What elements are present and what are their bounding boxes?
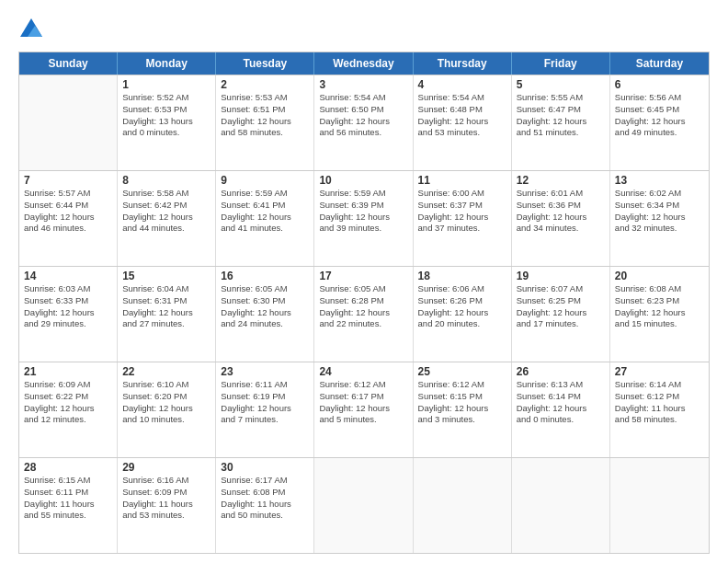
cal-cell: 22Sunrise: 6:10 AMSunset: 6:20 PMDayligh… — [118, 362, 216, 457]
cell-info: Sunrise: 6:03 AMSunset: 6:33 PMDaylight:… — [24, 283, 112, 330]
cell-info: Sunrise: 6:05 AMSunset: 6:30 PMDaylight:… — [221, 283, 309, 330]
week-row-1: 7Sunrise: 5:57 AMSunset: 6:44 PMDaylight… — [19, 170, 709, 266]
cell-info: Sunrise: 6:08 AMSunset: 6:23 PMDaylight:… — [615, 283, 704, 330]
cal-cell — [19, 75, 118, 170]
day-number: 8 — [122, 174, 210, 187]
weekday-header-sunday: Sunday — [19, 52, 118, 75]
cell-info: Sunrise: 5:54 AMSunset: 6:48 PMDaylight:… — [418, 92, 506, 139]
cell-info: Sunrise: 5:53 AMSunset: 6:51 PMDaylight:… — [221, 92, 309, 139]
cal-cell: 19Sunrise: 6:07 AMSunset: 6:25 PMDayligh… — [512, 267, 610, 362]
cal-cell — [610, 458, 709, 553]
cell-info: Sunrise: 5:56 AMSunset: 6:45 PMDaylight:… — [615, 92, 704, 139]
day-number: 24 — [319, 365, 407, 378]
cal-cell: 7Sunrise: 5:57 AMSunset: 6:44 PMDaylight… — [19, 171, 118, 266]
cell-info: Sunrise: 6:15 AMSunset: 6:11 PMDaylight:… — [24, 475, 112, 522]
weekday-header-wednesday: Wednesday — [314, 52, 413, 75]
day-number: 20 — [615, 270, 704, 282]
cal-cell: 12Sunrise: 6:01 AMSunset: 6:36 PMDayligh… — [512, 171, 610, 266]
cal-cell: 21Sunrise: 6:09 AMSunset: 6:22 PMDayligh… — [19, 362, 118, 457]
day-number: 14 — [24, 270, 112, 282]
cal-cell: 5Sunrise: 5:55 AMSunset: 6:47 PMDaylight… — [512, 75, 610, 170]
day-number: 4 — [418, 78, 506, 91]
cal-cell: 28Sunrise: 6:15 AMSunset: 6:11 PMDayligh… — [19, 458, 118, 553]
cal-cell: 10Sunrise: 5:59 AMSunset: 6:39 PMDayligh… — [314, 171, 413, 266]
week-row-2: 14Sunrise: 6:03 AMSunset: 6:33 PMDayligh… — [19, 266, 709, 362]
cal-cell — [414, 458, 512, 553]
logo — [18, 17, 48, 42]
day-number: 10 — [319, 174, 407, 187]
cal-cell: 26Sunrise: 6:13 AMSunset: 6:14 PMDayligh… — [512, 362, 610, 457]
cell-info: Sunrise: 6:07 AMSunset: 6:25 PMDaylight:… — [517, 283, 605, 330]
day-number: 6 — [615, 78, 704, 91]
weekday-header-saturday: Saturday — [610, 52, 709, 75]
cal-cell: 8Sunrise: 5:58 AMSunset: 6:42 PMDaylight… — [118, 171, 216, 266]
day-number: 29 — [122, 461, 210, 474]
cell-info: Sunrise: 5:55 AMSunset: 6:47 PMDaylight:… — [517, 92, 605, 139]
logo-icon — [18, 17, 44, 42]
cal-cell: 23Sunrise: 6:11 AMSunset: 6:19 PMDayligh… — [216, 362, 314, 457]
cell-info: Sunrise: 6:11 AMSunset: 6:19 PMDaylight:… — [221, 379, 309, 426]
weekday-header-tuesday: Tuesday — [216, 52, 314, 75]
day-number: 16 — [221, 270, 309, 282]
day-number: 23 — [221, 365, 309, 378]
cal-cell: 6Sunrise: 5:56 AMSunset: 6:45 PMDaylight… — [610, 75, 709, 170]
cal-cell: 17Sunrise: 6:05 AMSunset: 6:28 PMDayligh… — [314, 267, 413, 362]
day-number: 9 — [221, 174, 309, 187]
day-number: 21 — [24, 365, 112, 378]
day-number: 3 — [319, 78, 407, 91]
day-number: 18 — [418, 270, 506, 282]
weekday-header-monday: Monday — [118, 52, 216, 75]
cell-info: Sunrise: 6:17 AMSunset: 6:08 PMDaylight:… — [221, 475, 309, 522]
cal-cell: 24Sunrise: 6:12 AMSunset: 6:17 PMDayligh… — [314, 362, 413, 457]
weekday-header-friday: Friday — [512, 52, 610, 75]
cal-cell: 16Sunrise: 6:05 AMSunset: 6:30 PMDayligh… — [216, 267, 314, 362]
cal-cell: 9Sunrise: 5:59 AMSunset: 6:41 PMDaylight… — [216, 171, 314, 266]
day-number: 22 — [122, 365, 210, 378]
cell-info: Sunrise: 6:14 AMSunset: 6:12 PMDaylight:… — [615, 379, 704, 426]
week-row-0: 1Sunrise: 5:52 AMSunset: 6:53 PMDaylight… — [19, 75, 709, 170]
cal-cell: 29Sunrise: 6:16 AMSunset: 6:09 PMDayligh… — [118, 458, 216, 553]
cal-cell: 27Sunrise: 6:14 AMSunset: 6:12 PMDayligh… — [610, 362, 709, 457]
day-number: 30 — [221, 461, 309, 474]
day-number: 28 — [24, 461, 112, 474]
day-number: 17 — [319, 270, 407, 282]
page: SundayMondayTuesdayWednesdayThursdayFrid… — [0, 0, 728, 563]
day-number: 26 — [517, 365, 605, 378]
cell-info: Sunrise: 5:59 AMSunset: 6:39 PMDaylight:… — [319, 188, 407, 235]
cal-cell: 3Sunrise: 5:54 AMSunset: 6:50 PMDaylight… — [314, 75, 413, 170]
day-number: 11 — [418, 174, 506, 187]
cell-info: Sunrise: 6:10 AMSunset: 6:20 PMDaylight:… — [122, 379, 210, 426]
cal-cell: 14Sunrise: 6:03 AMSunset: 6:33 PMDayligh… — [19, 267, 118, 362]
day-number: 12 — [517, 174, 605, 187]
week-row-3: 21Sunrise: 6:09 AMSunset: 6:22 PMDayligh… — [19, 362, 709, 457]
cal-cell: 30Sunrise: 6:17 AMSunset: 6:08 PMDayligh… — [216, 458, 314, 553]
calendar: SundayMondayTuesdayWednesdayThursdayFrid… — [18, 52, 710, 554]
cell-info: Sunrise: 6:13 AMSunset: 6:14 PMDaylight:… — [517, 379, 605, 426]
day-number: 5 — [517, 78, 605, 91]
cal-cell: 20Sunrise: 6:08 AMSunset: 6:23 PMDayligh… — [610, 267, 709, 362]
weekday-header-thursday: Thursday — [414, 52, 512, 75]
day-number: 1 — [122, 78, 210, 91]
cell-info: Sunrise: 5:58 AMSunset: 6:42 PMDaylight:… — [122, 188, 210, 235]
cal-cell: 4Sunrise: 5:54 AMSunset: 6:48 PMDaylight… — [414, 75, 512, 170]
day-number: 13 — [615, 174, 704, 187]
cell-info: Sunrise: 6:09 AMSunset: 6:22 PMDaylight:… — [24, 379, 112, 426]
day-number: 27 — [615, 365, 704, 378]
day-number: 19 — [517, 270, 605, 282]
cell-info: Sunrise: 5:52 AMSunset: 6:53 PMDaylight:… — [122, 92, 210, 139]
day-number: 2 — [221, 78, 309, 91]
day-number: 15 — [122, 270, 210, 282]
cal-cell: 11Sunrise: 6:00 AMSunset: 6:37 PMDayligh… — [414, 171, 512, 266]
header — [18, 17, 710, 42]
cal-cell — [314, 458, 413, 553]
day-number: 25 — [418, 365, 506, 378]
day-number: 7 — [24, 174, 112, 187]
cell-info: Sunrise: 6:02 AMSunset: 6:34 PMDaylight:… — [615, 188, 704, 235]
cell-info: Sunrise: 5:54 AMSunset: 6:50 PMDaylight:… — [319, 92, 407, 139]
calendar-body: 1Sunrise: 5:52 AMSunset: 6:53 PMDaylight… — [19, 75, 709, 553]
cell-info: Sunrise: 6:12 AMSunset: 6:17 PMDaylight:… — [319, 379, 407, 426]
week-row-4: 28Sunrise: 6:15 AMSunset: 6:11 PMDayligh… — [19, 457, 709, 553]
cal-cell: 25Sunrise: 6:12 AMSunset: 6:15 PMDayligh… — [414, 362, 512, 457]
calendar-header: SundayMondayTuesdayWednesdayThursdayFrid… — [19, 52, 709, 75]
cell-info: Sunrise: 5:57 AMSunset: 6:44 PMDaylight:… — [24, 188, 112, 235]
